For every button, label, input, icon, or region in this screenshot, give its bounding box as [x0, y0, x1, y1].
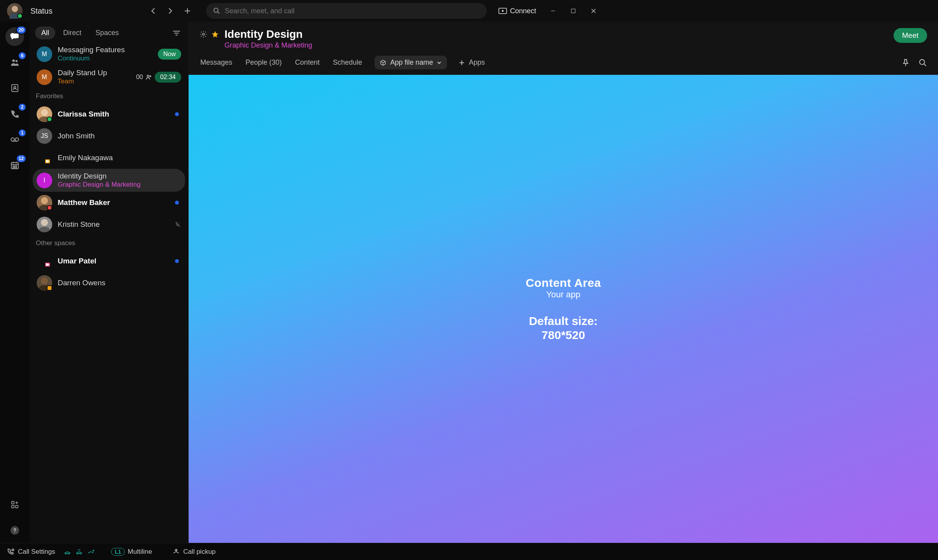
handset-icon-1[interactable] — [64, 548, 71, 555]
footer-bar: Call Settings L1 Multiline Call pickup — [0, 543, 938, 560]
content-panel: Identity Design Graphic Design & Marketi… — [189, 22, 938, 543]
teams-icon — [10, 57, 20, 67]
plus-icon — [459, 60, 465, 66]
nav-back-button[interactable] — [146, 4, 160, 18]
rail-apps[interactable] — [5, 495, 24, 514]
chat-title: Identity Design — [224, 28, 312, 41]
search-input[interactable] — [225, 7, 480, 15]
person-avatar — [37, 217, 52, 232]
add-apps-button[interactable]: Apps — [459, 58, 485, 67]
svg-point-14 — [13, 166, 14, 166]
rail-chat[interactable]: 20 — [5, 27, 24, 46]
rail-calls[interactable]: 2 — [5, 104, 24, 123]
rail-chat-badge: 20 — [16, 26, 26, 34]
rail-help[interactable]: ? — [5, 521, 24, 540]
gear-icon[interactable] — [200, 30, 207, 38]
meet-button[interactable]: Meet — [894, 28, 927, 43]
list-item[interactable]: Umar Patel — [33, 250, 185, 272]
content-area-title: Content Area — [526, 276, 601, 290]
space-avatar: M — [37, 69, 52, 85]
apps-icon — [11, 500, 19, 509]
content-area-size-value: 780*520 — [526, 329, 601, 342]
tab-messages[interactable]: Messages — [200, 57, 233, 68]
presence-indicator — [47, 205, 52, 210]
svg-point-0 — [12, 6, 18, 12]
filter-button[interactable] — [170, 27, 183, 39]
svg-point-41 — [203, 34, 205, 35]
list-item-title: Identity Design — [58, 172, 181, 180]
list-item-subtitle: Continuum — [58, 55, 152, 62]
svg-point-11 — [11, 138, 14, 141]
svg-point-16 — [16, 166, 17, 166]
svg-point-10 — [14, 87, 16, 88]
list-item-title: Umar Patel — [58, 257, 170, 265]
connect-label: Connect — [510, 7, 536, 15]
call-pickup-label: Call pickup — [183, 548, 216, 556]
svg-rect-20 — [12, 502, 14, 504]
multiline-badge: L1 — [111, 548, 124, 556]
list-item[interactable]: Kristin Stone — [33, 214, 185, 235]
svg-point-6 — [13, 34, 18, 39]
tab-app-file[interactable]: App file name — [374, 56, 447, 69]
svg-point-8 — [16, 60, 18, 62]
search-bar[interactable] — [206, 3, 487, 19]
rail-contacts[interactable] — [5, 79, 24, 97]
participant-count: 00 — [136, 74, 143, 81]
svg-point-33 — [41, 197, 48, 204]
tab-schedule[interactable]: Schedule — [332, 57, 363, 68]
tab-spaces[interactable]: Spaces — [89, 26, 125, 39]
list-item-title: John Smith — [58, 132, 181, 140]
tab-direct[interactable]: Direct — [57, 26, 88, 39]
tab-app-file-label: App file name — [390, 58, 433, 67]
handset-icon-2[interactable] — [75, 548, 83, 555]
svg-point-26 — [150, 76, 151, 77]
rail-calendar[interactable]: 12 — [5, 156, 24, 175]
chat-list-panel: All Direct Spaces M Messaging Features C… — [30, 22, 189, 543]
navigation-rail: 20 6 2 1 12 — [0, 22, 30, 543]
list-item[interactable]: M Daily Stand Up Team 00 02:34 — [33, 65, 185, 88]
status-label[interactable]: Status — [30, 7, 53, 16]
tab-all[interactable]: All — [35, 26, 55, 39]
list-item[interactable]: I Identity Design Graphic Design & Marke… — [33, 169, 185, 192]
svg-point-17 — [13, 167, 14, 168]
person-avatar — [37, 106, 52, 122]
cast-icon — [498, 8, 507, 14]
search-in-space-icon[interactable] — [919, 58, 927, 67]
camera-badge-icon — [44, 262, 51, 267]
rail-teams[interactable]: 6 — [5, 53, 24, 72]
new-button[interactable] — [180, 4, 194, 18]
section-favorites: Favorites — [33, 88, 185, 103]
user-avatar[interactable] — [7, 3, 23, 19]
unread-indicator — [175, 201, 179, 205]
svg-point-29 — [41, 109, 48, 116]
space-avatar: M — [37, 46, 52, 62]
rail-voicemail[interactable]: 1 — [5, 130, 24, 149]
unread-indicator — [175, 259, 179, 263]
list-item[interactable]: Emily Nakagawa — [33, 147, 185, 169]
svg-point-25 — [147, 75, 149, 77]
list-item[interactable]: Matthew Baker — [33, 192, 185, 214]
content-area: Content Area Your app Default size: 780*… — [189, 75, 938, 543]
muted-icon — [174, 221, 181, 228]
nav-forward-button[interactable] — [163, 4, 177, 18]
list-item-title: Emily Nakagawa — [58, 154, 181, 162]
window-maximize-button[interactable] — [564, 5, 582, 17]
handset-icon-3[interactable] — [87, 548, 95, 555]
titlebar: Status Connect — [0, 0, 938, 22]
list-item[interactable]: M Messaging Features Continuum Now — [33, 42, 185, 65]
call-pickup-button[interactable]: Call pickup — [172, 548, 216, 556]
list-item-title: Daily Stand Up — [58, 69, 131, 77]
list-item[interactable]: JS John Smith — [33, 125, 185, 147]
pin-icon[interactable] — [901, 58, 910, 67]
star-icon[interactable] — [211, 30, 219, 38]
call-settings-button[interactable]: Call Settings — [7, 548, 55, 556]
window-minimize-button[interactable] — [544, 5, 562, 17]
list-item[interactable]: Clarissa Smith — [33, 103, 185, 125]
rail-teams-badge: 6 — [18, 51, 26, 60]
connect-button[interactable]: Connect — [498, 7, 536, 15]
list-item[interactable]: Darren Owens — [33, 272, 185, 294]
window-close-button[interactable] — [585, 5, 602, 17]
multiline-button[interactable]: L1 Multiline — [111, 548, 152, 556]
tab-people[interactable]: People (30) — [245, 57, 283, 68]
tab-content[interactable]: Content — [294, 57, 320, 68]
